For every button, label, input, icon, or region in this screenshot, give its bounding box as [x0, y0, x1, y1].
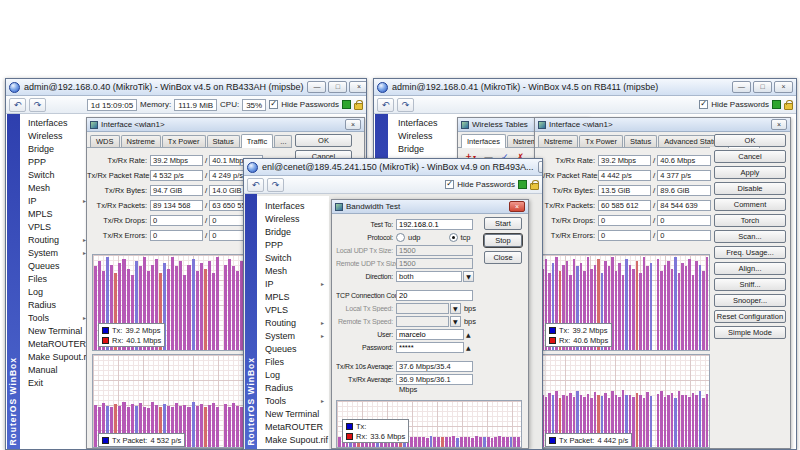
- sidebar-item[interactable]: Log ▸: [20, 285, 91, 298]
- sidebar-item[interactable]: Wireless ▸: [257, 212, 329, 225]
- sidebar-item[interactable]: Tools ▸: [257, 394, 329, 407]
- sidebar-item[interactable]: Log ▸: [257, 368, 329, 381]
- titlebar-router-41[interactable]: admin@192.168.0.41 (MikroTik) - WinBox v…: [374, 79, 796, 96]
- sidebar-item[interactable]: Switch ▸: [257, 251, 329, 264]
- redo-icon[interactable]: ↷: [267, 178, 284, 192]
- sidebar-item[interactable]: New Terminal ▸: [257, 407, 329, 420]
- undo-icon[interactable]: ↶: [9, 98, 26, 112]
- sidebar-item[interactable]: System ▸: [20, 246, 91, 259]
- dialog-button[interactable]: Start: [484, 217, 522, 230]
- child-titlebar[interactable]: Interface <wlan1> ×: [535, 118, 790, 132]
- minimize-button[interactable]: —: [538, 161, 542, 173]
- sidebar-item[interactable]: Mesh ▸: [257, 264, 329, 277]
- minimize-button[interactable]: —: [307, 81, 326, 93]
- close-icon[interactable]: ×: [771, 119, 787, 130]
- undo-icon[interactable]: ↶: [247, 178, 264, 192]
- tab[interactable]: Tx Power: [579, 135, 623, 147]
- child-titlebar[interactable]: Interface <wlan1> ×: [87, 118, 364, 132]
- action-button[interactable]: Apply: [714, 166, 786, 179]
- tab[interactable]: WDS: [90, 135, 120, 147]
- sidebar-item[interactable]: IP ▸: [20, 194, 91, 207]
- titlebar-router-40[interactable]: admin@192.168.0.40 (MikroTik) - WinBox v…: [6, 79, 366, 96]
- chevron-down-icon[interactable]: ▼: [450, 303, 461, 314]
- action-button[interactable]: Snooper...: [714, 294, 786, 307]
- action-button[interactable]: Disable: [714, 182, 786, 195]
- dialog-titlebar[interactable]: Bandwidth Test ×: [332, 200, 528, 214]
- chevron-down-icon[interactable]: ▼: [463, 271, 474, 282]
- sidebar-item[interactable]: Interfaces ▸: [20, 116, 91, 129]
- sidebar-item[interactable]: Mesh ▸: [20, 181, 91, 194]
- tab[interactable]: Tx Power: [162, 135, 206, 147]
- local-tx-speed-select[interactable]: [396, 303, 449, 314]
- sidebar-item[interactable]: MPLS ▸: [257, 290, 329, 303]
- hide-passwords-checkbox[interactable]: [699, 100, 708, 109]
- titlebar-remote[interactable]: enl@cenet@189.45.241.150 (MikroTik) - Wi…: [244, 159, 542, 176]
- sidebar-item[interactable]: PPP ▸: [20, 155, 91, 168]
- sidebar-item[interactable]: MetaROUTER ▸: [257, 420, 329, 433]
- action-button[interactable]: Reset Configuration: [714, 310, 786, 323]
- dialog-button[interactable]: Close: [484, 251, 522, 264]
- sidebar-item[interactable]: Bridge ▸: [20, 142, 91, 155]
- protocol-tcp-radio[interactable]: [449, 233, 458, 242]
- sidebar-item[interactable]: MPLS ▸: [20, 207, 91, 220]
- sidebar-item[interactable]: Files ▸: [20, 272, 91, 285]
- remote-tx-speed-select[interactable]: [396, 316, 449, 327]
- sidebar-item[interactable]: Interfaces ▸: [390, 116, 454, 129]
- test-to-input[interactable]: [396, 219, 473, 230]
- sidebar-item[interactable]: Radius ▸: [20, 298, 91, 311]
- tab[interactable]: Traffic: [241, 134, 273, 148]
- tab[interactable]: Interfaces: [461, 134, 506, 148]
- redo-icon[interactable]: ↷: [397, 98, 414, 112]
- action-button[interactable]: Simple Mode: [714, 326, 786, 339]
- local-udp-size-input[interactable]: [396, 245, 473, 256]
- tcp-connection-count-input[interactable]: [396, 290, 473, 301]
- action-button[interactable]: Freq. Usage...: [714, 246, 786, 259]
- sidebar-item[interactable]: VPLS ▸: [20, 220, 91, 233]
- sidebar-item[interactable]: Wireless ▸: [390, 129, 454, 142]
- action-button[interactable]: Torch: [714, 214, 786, 227]
- sidebar-item[interactable]: IP ▸: [257, 277, 329, 290]
- sidebar-item[interactable]: Bridge ▸: [257, 225, 329, 238]
- action-button[interactable]: Scan...: [714, 230, 786, 243]
- chevron-down-icon[interactable]: ▼: [450, 316, 461, 327]
- sidebar-item[interactable]: PPP ▸: [257, 238, 329, 251]
- close-icon[interactable]: ×: [345, 119, 361, 130]
- sidebar-item[interactable]: Make Supout.rif ▸: [20, 350, 91, 363]
- tab[interactable]: Status: [207, 135, 240, 147]
- tab[interactable]: Nstreme: [538, 135, 578, 147]
- direction-select[interactable]: both: [396, 271, 462, 282]
- sidebar-item[interactable]: Bridge ▸: [390, 142, 454, 155]
- sidebar-item[interactable]: Queues ▸: [257, 342, 329, 355]
- tab[interactable]: ...: [274, 135, 292, 147]
- action-button[interactable]: Cancel: [714, 150, 786, 163]
- sidebar-item[interactable]: Wireless ▸: [20, 129, 91, 142]
- undo-icon[interactable]: ↶: [377, 98, 394, 112]
- close-button[interactable]: ×: [774, 81, 793, 93]
- minimize-button[interactable]: —: [732, 81, 751, 93]
- sidebar-item[interactable]: Radius ▸: [257, 381, 329, 394]
- password-input[interactable]: [396, 342, 464, 353]
- sidebar-item[interactable]: VPLS ▸: [257, 303, 329, 316]
- sidebar-item[interactable]: Make Supout.rif ▸: [257, 433, 329, 446]
- action-button[interactable]: Comment: [714, 198, 786, 211]
- protocol-udp-radio[interactable]: [396, 233, 405, 242]
- maximize-button[interactable]: □: [328, 81, 347, 93]
- sidebar-item[interactable]: Manual ▸: [20, 363, 91, 376]
- dialog-button[interactable]: Stop: [484, 234, 522, 247]
- sidebar-item[interactable]: Files ▸: [257, 355, 329, 368]
- action-button[interactable]: Align...: [714, 262, 786, 275]
- close-button[interactable]: ×: [349, 81, 366, 93]
- hide-passwords-checkbox[interactable]: [445, 180, 454, 189]
- sidebar-item[interactable]: Interfaces ▸: [257, 199, 329, 212]
- close-icon[interactable]: ×: [509, 201, 525, 212]
- sidebar-item[interactable]: Exit ▸: [20, 376, 91, 389]
- action-button[interactable]: Sniff...: [714, 278, 786, 291]
- sidebar-item[interactable]: Routing ▸: [257, 316, 329, 329]
- action-button[interactable]: OK: [295, 134, 352, 147]
- spinner-up-icon[interactable]: ▲: [466, 344, 471, 351]
- sidebar-item[interactable]: Queues ▸: [20, 259, 91, 272]
- sidebar-item[interactable]: Switch ▸: [20, 168, 91, 181]
- sidebar-item[interactable]: MetaROUTER ▸: [20, 337, 91, 350]
- tab[interactable]: Status: [624, 135, 657, 147]
- sidebar-item[interactable]: Routing ▸: [20, 233, 91, 246]
